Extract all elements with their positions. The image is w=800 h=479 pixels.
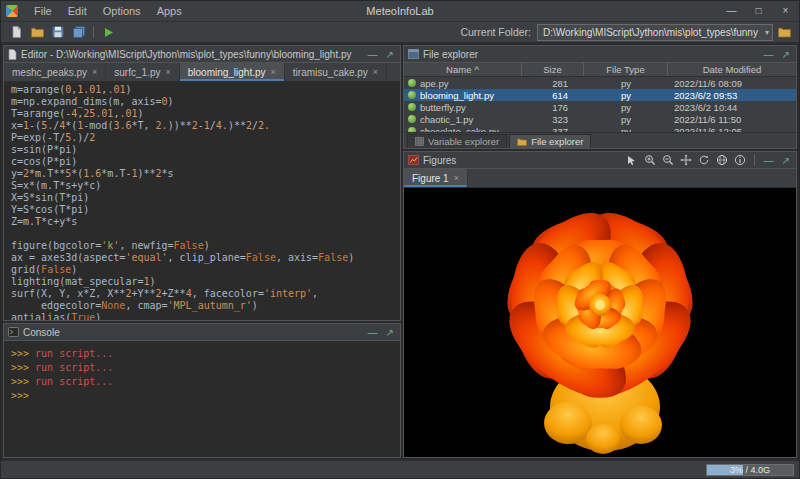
- code-line: [11, 228, 400, 240]
- code-line: Z=m.T*c+y*s: [11, 216, 400, 228]
- file-explorer-minimize-icon[interactable]: —: [762, 47, 776, 62]
- maximize-button[interactable]: □: [745, 1, 772, 21]
- menu-file[interactable]: File: [26, 1, 60, 21]
- figures-title: Figures: [423, 155, 621, 166]
- tab-file-explorer[interactable]: File explorer: [509, 134, 591, 148]
- console-line: >>> run script...: [11, 361, 400, 375]
- tab-label: blooming_light.py: [188, 67, 266, 78]
- file-explorer-panel: File explorer — ↗ Name ^ Size File Type: [403, 45, 797, 149]
- folder-icon: [517, 138, 527, 146]
- minimize-button[interactable]: —: [718, 1, 745, 21]
- status-bar: 3% / 4.0G: [1, 460, 799, 478]
- figures-header: Figures: [404, 152, 796, 169]
- code-line: S=x*(m.T*s+y*c): [11, 180, 400, 192]
- console-panel: Console — ↗ >>> run script...>>> run scr…: [3, 323, 401, 458]
- file-name: chaotic_1.py: [420, 114, 473, 125]
- editor-title: Editor - D:\Working\MIScript\Jython\mis\…: [21, 49, 362, 60]
- tab-variable-explorer[interactable]: Variable explorer: [407, 134, 507, 148]
- file-size: 281: [522, 78, 584, 89]
- run-script-button[interactable]: [98, 23, 118, 41]
- tab-close-icon[interactable]: ×: [373, 67, 378, 77]
- file-row[interactable]: chaotic_1.py323py2022/11/6 11:50: [404, 113, 796, 125]
- code-line: x=1-(5./4*(1-mod(3.6*T, 2.))**2-1/4.)**2…: [11, 120, 400, 132]
- select-tool-icon[interactable]: [625, 153, 639, 167]
- file-list: ape.py281py2022/11/6 08:09blooming_light…: [404, 77, 796, 132]
- tab-figure-1[interactable]: Figure 1 ×: [404, 169, 468, 187]
- tab-label: File explorer: [531, 136, 583, 147]
- menu-apps[interactable]: Apps: [149, 1, 190, 21]
- editor-tabbar: meshc_peaks.py × surfc_1.py × blooming_l…: [4, 63, 400, 82]
- file-explorer-icon: [408, 49, 419, 59]
- save-all-button[interactable]: [69, 23, 89, 41]
- pan-icon[interactable]: [679, 153, 693, 167]
- window-controls: — □ ×: [718, 1, 799, 21]
- console-minimize-icon[interactable]: —: [366, 325, 380, 340]
- column-label: Name: [446, 64, 471, 75]
- left-column: Editor - D:\Working\MIScript\Jython\mis\…: [3, 45, 401, 458]
- figure-canvas[interactable]: [404, 188, 796, 457]
- zoom-out-icon[interactable]: [661, 153, 675, 167]
- window-title: MeteoInfoLab: [201, 1, 599, 21]
- figures-icon: [408, 155, 419, 165]
- zoom-in-icon[interactable]: [643, 153, 657, 167]
- tab-close-icon[interactable]: ×: [271, 67, 276, 77]
- current-folder-value: D:\Working\MIScript\Jython\mis\plot_type…: [543, 27, 761, 38]
- editor-header: Editor - D:\Working\MIScript\Jython\mis\…: [4, 46, 400, 63]
- info-icon[interactable]: [733, 153, 747, 167]
- console-line: >>> run script...: [11, 375, 400, 389]
- file-modified: 2022/11/6 11:50: [668, 114, 796, 125]
- column-header-size[interactable]: Size: [522, 63, 584, 76]
- right-column: File explorer — ↗ Name ^ Size File Type: [403, 45, 797, 458]
- tab-meshc-peaks[interactable]: meshc_peaks.py ×: [4, 63, 106, 81]
- close-button[interactable]: ×: [772, 1, 799, 21]
- open-file-button[interactable]: [27, 23, 47, 41]
- tab-tiramisu-cake[interactable]: tiramisu_cake.py ×: [285, 63, 387, 81]
- file-explorer-header: File explorer — ↗: [404, 46, 796, 63]
- tab-close-icon[interactable]: ×: [165, 67, 170, 77]
- column-header-type[interactable]: File Type: [584, 63, 668, 76]
- code-line: lighting(mat_specular=1): [11, 276, 400, 288]
- menu-edit[interactable]: Edit: [60, 1, 95, 21]
- file-explorer-title: File explorer: [423, 49, 758, 60]
- code-line: surf(X, Y, x*Z, X**2+Y**2+Z**4, facecolo…: [11, 288, 400, 300]
- tab-close-icon[interactable]: ×: [454, 173, 459, 183]
- figures-minimize-icon[interactable]: —: [762, 153, 776, 168]
- editor-panel: Editor - D:\Working\MIScript\Jython\mis\…: [3, 45, 401, 321]
- file-row[interactable]: butterfly.py176py2023/6/2 10:44: [404, 101, 796, 113]
- column-header-name[interactable]: Name ^: [404, 63, 522, 76]
- save-file-button[interactable]: [48, 23, 68, 41]
- tab-close-icon[interactable]: ×: [92, 67, 97, 77]
- editor-minimize-icon[interactable]: —: [366, 47, 380, 62]
- tab-label: Variable explorer: [428, 136, 499, 147]
- current-folder-select[interactable]: D:\Working\MIScript\Jython\mis\plot_type…: [537, 24, 773, 41]
- code-line: grid(False): [11, 264, 400, 276]
- console-float-icon[interactable]: ↗: [384, 325, 396, 340]
- new-file-button[interactable]: [6, 23, 26, 41]
- file-modified: 2023/6/2 10:44: [668, 102, 796, 113]
- code-area[interactable]: m=arange(0,1.01,.01)m=np.expand_dims(m, …: [4, 82, 400, 320]
- menu-options[interactable]: Options: [95, 1, 149, 21]
- browse-folder-button[interactable]: [774, 23, 794, 41]
- open-folder-icon: [31, 27, 44, 38]
- console-header: Console — ↗: [4, 324, 400, 341]
- console-title: Console: [23, 327, 362, 338]
- file-row[interactable]: blooming_light.py614py2023/6/2 09:53: [404, 89, 796, 101]
- globe-icon[interactable]: [715, 153, 729, 167]
- console-icon: [8, 327, 19, 337]
- editor-file-icon: [8, 49, 17, 60]
- file-explorer-float-icon[interactable]: ↗: [780, 47, 792, 62]
- figures-panel: Figures: [403, 151, 797, 458]
- rotate-icon[interactable]: [697, 153, 711, 167]
- editor-float-icon[interactable]: ↗: [384, 47, 396, 62]
- tab-blooming-light[interactable]: blooming_light.py ×: [180, 63, 285, 81]
- file-name: ape.py: [420, 78, 449, 89]
- column-header-date[interactable]: Date Modified: [668, 63, 796, 76]
- sort-asc-icon: ^: [474, 64, 478, 75]
- figures-float-icon[interactable]: ↗: [780, 153, 792, 168]
- code-line: y=2*m.T**5*(1.6*m.T-1)**2*s: [11, 168, 400, 180]
- python-file-icon: [408, 91, 416, 99]
- tab-surfc-1[interactable]: surfc_1.py ×: [106, 63, 179, 81]
- file-row[interactable]: ape.py281py2022/11/6 08:09: [404, 77, 796, 89]
- console-body[interactable]: >>> run script...>>> run script...>>> ru…: [4, 341, 400, 457]
- rose-3d-plot: [455, 188, 745, 457]
